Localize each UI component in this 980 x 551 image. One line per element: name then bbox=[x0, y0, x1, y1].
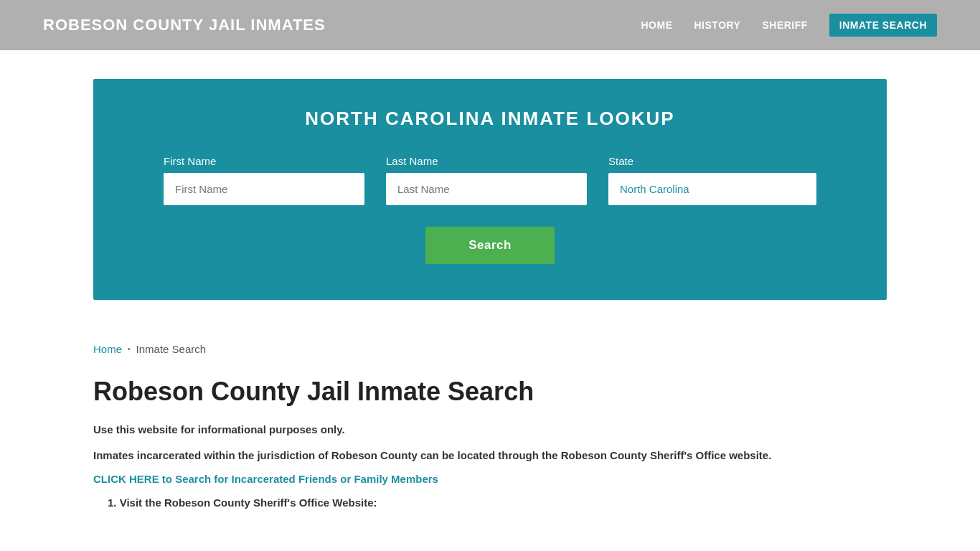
last-name-input[interactable] bbox=[386, 173, 587, 205]
state-group: State bbox=[608, 155, 816, 205]
last-name-group: Last Name bbox=[386, 155, 587, 205]
info-text-2: Inmates incarcerated within the jurisdic… bbox=[93, 447, 887, 464]
first-name-input[interactable] bbox=[164, 173, 364, 205]
nav-home[interactable]: HOME bbox=[641, 19, 673, 31]
lookup-title: NORTH CAROLINA INMATE LOOKUP bbox=[136, 108, 844, 130]
last-name-label: Last Name bbox=[386, 155, 587, 167]
state-input[interactable] bbox=[608, 173, 816, 205]
site-header: ROBESON COUNTY JAIL INMATES HOME HISTORY… bbox=[0, 0, 980, 50]
main-nav: HOME HISTORY SHERIFF INMATE SEARCH bbox=[641, 14, 938, 37]
breadcrumb-current: Inmate Search bbox=[136, 343, 207, 355]
state-label: State bbox=[608, 155, 816, 167]
breadcrumb-home[interactable]: Home bbox=[93, 343, 122, 355]
site-title: ROBESON COUNTY JAIL INMATES bbox=[43, 16, 326, 34]
nav-sheriff[interactable]: SHERIFF bbox=[762, 19, 807, 31]
info-text-1: Use this website for informational purpo… bbox=[93, 421, 887, 438]
first-name-group: First Name bbox=[164, 155, 364, 205]
search-btn-row: Search bbox=[136, 227, 844, 264]
breadcrumb: Home • Inmate Search bbox=[0, 329, 980, 369]
first-name-label: First Name bbox=[164, 155, 364, 167]
page-heading: Robeson County Jail Inmate Search bbox=[93, 377, 887, 407]
nav-history[interactable]: HISTORY bbox=[694, 19, 741, 31]
search-button[interactable]: Search bbox=[425, 227, 555, 264]
breadcrumb-separator: • bbox=[128, 345, 131, 353]
inmate-lookup-section: NORTH CAROLINA INMATE LOOKUP First Name … bbox=[93, 79, 887, 300]
nav-inmate-search[interactable]: INMATE SEARCH bbox=[829, 14, 937, 37]
click-here-link[interactable]: CLICK HERE to Search for Incarcerated Fr… bbox=[93, 473, 887, 485]
form-row: First Name Last Name State bbox=[136, 155, 844, 205]
main-content: Robeson County Jail Inmate Search Use th… bbox=[0, 369, 980, 537]
step-1-text: 1. Visit the Robeson County Sheriff's Of… bbox=[108, 496, 887, 509]
